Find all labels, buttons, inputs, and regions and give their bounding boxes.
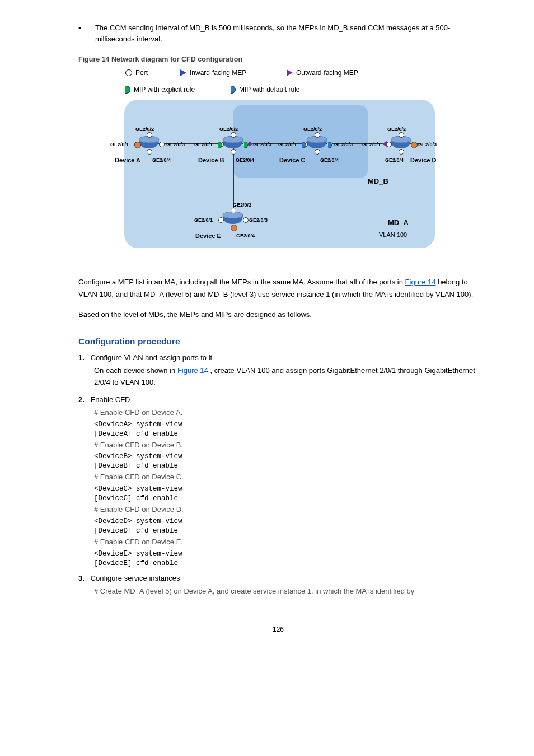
step2-hash-a: # Enable CFD on Device A. bbox=[94, 407, 478, 419]
port-a3 bbox=[159, 142, 165, 147]
label-c-p4: GE2/0/4 bbox=[320, 157, 339, 163]
mep-out-d1 bbox=[382, 141, 387, 147]
mip-explicit-icon bbox=[125, 86, 130, 94]
figure-title: Figure 14 Network diagram for CFD config… bbox=[78, 55, 478, 63]
label-e-p4: GE2/0/4 bbox=[236, 233, 255, 239]
label-c-p3: GE2/0/3 bbox=[334, 142, 353, 147]
port-c2 bbox=[315, 132, 320, 138]
label-device-c: Device C bbox=[279, 157, 305, 164]
step2-hash-b: # Enable CFD on Device B. bbox=[94, 440, 478, 451]
label-device-e: Device E bbox=[195, 232, 221, 239]
section-heading: Configuration procedure bbox=[78, 337, 478, 347]
cmd-e1: <DeviceE> system-view bbox=[94, 550, 478, 558]
label-d-p4: GE2/0/4 bbox=[385, 157, 404, 163]
legend-mip-explicit-label: MIP with explicit rule bbox=[134, 86, 195, 94]
step-1: 1. Configure VLAN and assign ports to it bbox=[78, 353, 478, 362]
label-d-p2: GE2/0/2 bbox=[387, 127, 406, 132]
cmd-c1: <DeviceC> system-view bbox=[94, 485, 478, 493]
mdb-label: MD_B bbox=[368, 177, 388, 185]
router-b-icon bbox=[222, 136, 243, 150]
port-e1 bbox=[218, 217, 224, 223]
intro-bullet: • The CCM sending interval of MD_B is 50… bbox=[78, 22, 478, 44]
cmd-d2: [DeviceD] cfd enable bbox=[94, 527, 478, 535]
port-b2 bbox=[231, 132, 236, 138]
label-a-p1: GE2/0/1 bbox=[110, 142, 129, 147]
mip-default-icon bbox=[231, 86, 236, 94]
label-b-p1: GE2/0/1 bbox=[194, 142, 213, 147]
label-e-p2: GE2/0/2 bbox=[233, 202, 251, 208]
router-d-icon bbox=[390, 136, 411, 150]
label-b-p4: GE2/0/4 bbox=[236, 157, 254, 163]
port-e2 bbox=[231, 208, 236, 213]
label-a-p3: GE2/0/3 bbox=[166, 142, 185, 147]
port-c4 bbox=[315, 149, 320, 155]
cmd-e2: [DeviceE] cfd enable bbox=[94, 559, 478, 567]
legend-inward-mep: Inward-facing MEP bbox=[180, 69, 246, 77]
config-para2: Based on the level of MDs, the MEPs and … bbox=[78, 309, 478, 321]
cmd-a2: [DeviceA] cfd enable bbox=[94, 430, 478, 438]
inward-mep-icon bbox=[180, 69, 186, 76]
port-a2 bbox=[147, 132, 152, 138]
step2-head: Enable CFD bbox=[91, 395, 130, 404]
bullet-icon: • bbox=[78, 24, 81, 32]
router-c-icon bbox=[306, 136, 327, 150]
port-d4 bbox=[399, 149, 404, 155]
label-device-b: Device B bbox=[198, 157, 224, 164]
port-b4 bbox=[231, 149, 236, 155]
step1-head: Configure VLAN and assign ports to it bbox=[91, 353, 213, 362]
label-d-p3: GE2/0/3 bbox=[418, 142, 437, 147]
cmd-b1: <DeviceB> system-view bbox=[94, 452, 478, 460]
label-e-p1: GE2/0/1 bbox=[194, 217, 213, 223]
figure-link-1[interactable]: Figure 14 bbox=[405, 278, 436, 286]
mep-inward-d3 bbox=[411, 142, 418, 148]
step-2: 2. Enable CFD bbox=[78, 395, 478, 404]
config-para1: Configure a MEP list in an MA, including… bbox=[78, 276, 478, 301]
outward-mep-icon bbox=[287, 69, 293, 76]
step2-hash-c: # Enable CFD on Device C. bbox=[94, 472, 478, 483]
port-d1 bbox=[386, 142, 392, 147]
step-3: 3. Configure service instances bbox=[78, 574, 478, 582]
step2-hash-d: # Enable CFD on Device D. bbox=[94, 504, 478, 516]
label-a-p2: GE2/0/2 bbox=[135, 127, 154, 132]
label-device-a: Device A bbox=[115, 157, 140, 164]
step2-hash-e: # Enable CFD on Device E. bbox=[94, 536, 478, 548]
legend-outward-label: Outward-facing MEP bbox=[296, 69, 358, 77]
step3-head: Configure service instances bbox=[91, 574, 180, 582]
step1-text: On each device shown in bbox=[94, 366, 177, 375]
vline-be bbox=[233, 147, 234, 210]
legend-outward-mep: Outward-facing MEP bbox=[287, 69, 358, 77]
config-text1: Configure a MEP list in an MA, including… bbox=[78, 278, 405, 286]
mep-inward-a1 bbox=[134, 142, 141, 148]
cmd-b2: [DeviceB] cfd enable bbox=[94, 462, 478, 470]
intro-text: The CCM sending interval of MD_B is 500 … bbox=[95, 22, 478, 44]
port-circle-icon bbox=[125, 69, 132, 76]
port-a4 bbox=[147, 149, 152, 155]
port-d2 bbox=[399, 132, 404, 138]
legend-mip-default-label: MIP with default rule bbox=[239, 86, 300, 94]
legend-port-label: Port bbox=[135, 69, 148, 77]
legend-mip-default: MIP with default rule bbox=[231, 86, 300, 94]
legend-mip-explicit: MIP with explicit rule bbox=[125, 86, 195, 94]
label-c-p2: GE2/0/2 bbox=[303, 127, 322, 132]
label-device-d: Device D bbox=[410, 157, 436, 164]
mep-inward-e4 bbox=[231, 225, 237, 231]
cmd-d1: <DeviceD> system-view bbox=[94, 517, 478, 525]
label-a-p4: GE2/0/4 bbox=[152, 157, 171, 163]
router-a-icon bbox=[138, 136, 160, 150]
cmd-c2: [DeviceC] cfd enable bbox=[94, 494, 478, 502]
port-e3 bbox=[243, 217, 249, 223]
label-d-p1: GE2/0/1 bbox=[362, 142, 381, 147]
router-e-icon bbox=[222, 212, 243, 225]
cmd-a1: <DeviceA> system-view bbox=[94, 421, 478, 428]
step1-body: On each device shown in Figure 14 , crea… bbox=[94, 365, 478, 389]
legend-port: Port bbox=[125, 69, 148, 77]
page-number: 126 bbox=[78, 626, 478, 633]
label-e-p3: GE2/0/3 bbox=[249, 217, 268, 223]
vlan-label: VLAN 100 bbox=[379, 231, 407, 238]
network-diagram: Port Inward-facing MEP Outward-facing ME… bbox=[113, 69, 443, 259]
label-b-p2: GE2/0/2 bbox=[219, 127, 238, 132]
figure-link-2[interactable]: Figure 14 bbox=[177, 366, 208, 375]
legend-inward-label: Inward-facing MEP bbox=[190, 69, 246, 77]
step3-hash: # Create MD_A (level 5) on Device A, and… bbox=[94, 586, 478, 598]
mda-label: MD_A bbox=[388, 218, 409, 227]
